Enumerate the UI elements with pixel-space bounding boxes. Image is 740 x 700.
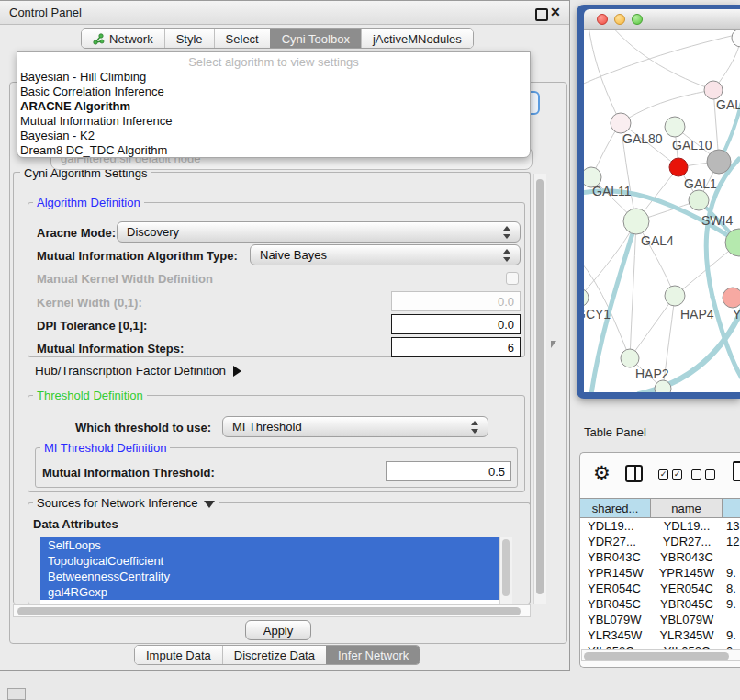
node-selected-red[interactable]	[669, 158, 688, 176]
dpi-tolerance-input[interactable]	[391, 314, 521, 334]
table-row[interactable]: YER054CYER054C8.	[580, 581, 740, 596]
attributes-vertical-scrollbar[interactable]	[499, 537, 512, 604]
algorithm-option[interactable]: Bayesian - K2	[20, 129, 95, 143]
node-hap2[interactable]	[621, 349, 639, 367]
hub-section-toggle[interactable]: Hub/Transcription Factor Definition	[35, 364, 241, 378]
node-partial[interactable]	[732, 30, 740, 47]
mi-steps-input[interactable]	[391, 337, 521, 357]
algorithm-option[interactable]: Bayesian - Hill Climbing	[20, 70, 146, 85]
network-nodes[interactable]	[584, 30, 740, 392]
cell: YLR345W	[580, 627, 651, 643]
attribute-item-selected[interactable]: BetweennessCentrality	[40, 569, 512, 584]
node-hap4[interactable]	[665, 286, 685, 306]
node-gal80[interactable]	[611, 113, 631, 133]
sources-section-toggle[interactable]: Sources for Network Inference	[33, 496, 219, 510]
mi-type-select[interactable]: Naive Bayes	[250, 244, 521, 265]
gear-icon[interactable]: ⚙	[593, 463, 611, 482]
table-horizontal-scrollbar[interactable]	[581, 649, 740, 661]
node-gal1[interactable]	[689, 190, 709, 210]
columns-icon[interactable]	[625, 465, 643, 482]
algorithm-option[interactable]: Basic Correlation Inference	[20, 85, 164, 99]
node-partial-bottom[interactable]	[655, 380, 671, 392]
deselect-all-checkbox-icon[interactable]	[705, 469, 715, 480]
attribute-item-selected[interactable]: gal4RGexp	[40, 584, 512, 600]
tab-discretize-data[interactable]: Discretize Data	[222, 646, 326, 664]
cell: 0	[723, 643, 740, 649]
table-row[interactable]: YPR145WYPR145W9.	[580, 565, 740, 581]
tab-impute-data[interactable]: Impute Data	[135, 646, 222, 664]
settings-horizontal-scrollbar[interactable]	[13, 604, 531, 617]
tab-network[interactable]: Network	[82, 29, 164, 48]
settings-vscroll-thumb[interactable]	[536, 179, 544, 594]
node-gal7[interactable]	[704, 81, 723, 99]
tab-style-label: Style	[176, 32, 203, 46]
table-row[interactable]: YDL19...YDL19...13	[580, 518, 740, 534]
manual-kernel-checkbox[interactable]	[506, 272, 519, 285]
column-header[interactable]: name	[651, 499, 723, 517]
document-icon[interactable]	[733, 461, 740, 481]
node-gcy1[interactable]	[584, 288, 589, 307]
node-label: GAL10	[672, 138, 712, 152]
cell: YDR27...	[580, 534, 651, 549]
cell: YER054C	[580, 581, 651, 596]
close-button[interactable]	[597, 14, 608, 25]
cell: YIL052C	[580, 643, 651, 649]
tab-cyni-toolbox[interactable]: Cyni Toolbox	[270, 29, 361, 48]
table-hscroll-thumb[interactable]	[584, 652, 729, 660]
table-row[interactable]: YDR27...YDR27...12	[580, 534, 740, 549]
dock-handle[interactable]	[7, 688, 26, 700]
node-label: SWI4	[701, 213, 733, 228]
tab-jactivemnodules[interactable]: jActiveMNodules	[361, 29, 473, 48]
column-header[interactable]: shared...	[580, 499, 651, 517]
table-header-row: shared... name A	[580, 498, 740, 518]
network-window-titlebar[interactable]	[584, 9, 740, 30]
tab-infer-network[interactable]: Infer Network	[326, 646, 420, 664]
select-all-checkbox-icon[interactable]: ✓	[658, 469, 668, 480]
attribute-item-selected[interactable]: TopologicalCoefficient	[40, 553, 512, 569]
node-gray[interactable]	[707, 150, 731, 174]
table-row[interactable]: YBL079WYBL079W	[580, 612, 740, 627]
aracne-mode-select[interactable]: Discovery	[117, 221, 521, 243]
network-graph	[584, 30, 740, 392]
cell: YPR145W	[580, 565, 651, 581]
node-gal10[interactable]	[665, 117, 685, 137]
deselect-all-checkbox-icon[interactable]	[691, 469, 701, 480]
settings-hscroll-thumb[interactable]	[17, 607, 521, 615]
mi-threshold-input[interactable]	[386, 461, 511, 481]
network-icon	[93, 33, 105, 45]
attributes-vscroll-thumb[interactable]	[502, 539, 510, 596]
column-header[interactable]: A	[723, 499, 740, 517]
cell: 12	[723, 534, 740, 549]
node-gal4[interactable]	[623, 209, 649, 234]
tab-select[interactable]: Select	[214, 29, 270, 48]
cell: YDL19...	[580, 518, 651, 534]
tab-style[interactable]: Style	[164, 29, 214, 48]
attribute-item-selected[interactable]: SelfLoops	[40, 537, 512, 553]
table-row[interactable]: YBR045CYBR045C9.	[580, 596, 740, 612]
algorithm-option[interactable]: Dream8 DC_TDC Algorithm	[20, 143, 167, 158]
stepper-icon	[503, 249, 511, 262]
zoom-button[interactable]	[632, 14, 643, 25]
minimize-button[interactable]	[614, 14, 625, 25]
table-row[interactable]: YLR345WYLR345W9.	[580, 627, 740, 643]
node-salmon[interactable]	[723, 288, 740, 308]
algorithm-option[interactable]: Mutual Information Inference	[20, 114, 172, 129]
mi-threshold-group-title: MI Threshold Definition	[40, 441, 170, 455]
network-canvas[interactable]: GAL GAL80 GAL10 GAL1 GAL11 SWI4 GAL4 GCY…	[584, 30, 740, 392]
stepper-icon	[503, 226, 511, 239]
cell: 9.	[723, 596, 740, 612]
algorithm-option-selected[interactable]: ARACNE Algorithm	[20, 99, 130, 114]
close-icon[interactable]: ✕	[550, 5, 561, 19]
table-row[interactable]: YBR043CYBR043C	[580, 549, 740, 565]
float-window-icon[interactable]	[535, 8, 548, 21]
cell: 9.	[723, 627, 740, 643]
cell: YIL052C	[651, 643, 723, 649]
table-row-partial[interactable]: YIL052CYIL052C0	[580, 643, 740, 649]
which-threshold-select[interactable]: MI Threshold	[222, 416, 488, 437]
settings-vertical-scrollbar[interactable]	[533, 174, 546, 604]
apply-button[interactable]: Apply	[245, 620, 311, 640]
network-view-window[interactable]: GAL GAL80 GAL10 GAL1 GAL11 SWI4 GAL4 GCY…	[577, 5, 740, 399]
select-all-checkbox-icon[interactable]: ✓	[672, 469, 682, 480]
bottom-tabbar: Impute Data Discretize Data Infer Networ…	[134, 645, 420, 665]
node-label: GAL80	[622, 131, 663, 146]
